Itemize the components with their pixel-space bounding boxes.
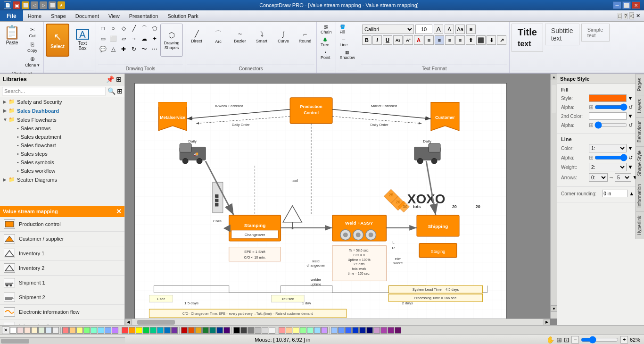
swatch-pink1[interactable] (279, 327, 285, 334)
fill-alpha2-reset[interactable]: ↺ (628, 122, 633, 128)
curve-connector[interactable]: ∫ Curve (274, 24, 293, 50)
rect3-tool[interactable]: ⬜ (108, 34, 118, 43)
font-aa-btn[interactable]: Aa (455, 25, 465, 34)
valign-bot-btn[interactable]: ⬇ (487, 35, 496, 45)
wave-tool[interactable]: 〜 (140, 44, 149, 54)
chain-button[interactable]: ⛓ Chain (319, 24, 334, 35)
pin-icon[interactable]: 📌 (106, 76, 114, 83)
swatch-gray1[interactable] (240, 327, 247, 334)
corner-up-btn[interactable]: ▲ (629, 191, 634, 196)
tree-sales-flowcharts[interactable]: ▼ 📁 Sales Flowcharts (0, 115, 124, 124)
line-alpha-slider[interactable] (594, 155, 627, 160)
corner-input[interactable] (602, 190, 628, 197)
spiral-tool[interactable]: ↻ (129, 44, 139, 54)
swatch-b6[interactable] (366, 327, 373, 334)
swatch-p1[interactable] (373, 327, 380, 334)
round-connector[interactable]: ⌐ Round (296, 24, 314, 50)
second-color-swatch[interactable] (589, 112, 627, 120)
smart-connector[interactable]: ⤵ Smart (252, 24, 271, 50)
title-text-style[interactable]: Titletext (512, 24, 543, 52)
scroll-up-btn[interactable]: ▲ (551, 74, 557, 80)
poly-tool[interactable]: ⬠ (150, 24, 159, 33)
swatch-teal2[interactable] (150, 327, 157, 334)
swatch-orange1[interactable] (69, 327, 76, 334)
swatch-white[interactable] (10, 327, 17, 334)
swatch-p3[interactable] (388, 327, 394, 334)
swatch-cyan2[interactable] (157, 327, 164, 334)
callout-tool[interactable]: 💬 (98, 44, 107, 54)
tree-sales-workflow[interactable]: • Sales workflow (0, 167, 124, 175)
rect4-tool[interactable]: ▱ (119, 34, 128, 43)
swatch-lime1[interactable] (83, 327, 90, 334)
subtitle-text-style[interactable]: Subtitletext (545, 24, 579, 45)
grid-view-icon[interactable]: ⊞ (117, 87, 123, 95)
swatch-ltgrn[interactable] (300, 327, 306, 334)
direct-connector[interactable]: ╱ Direct (187, 24, 206, 50)
rect-tool[interactable]: □ (98, 24, 107, 33)
vsm-close-icon[interactable]: ✕ (116, 208, 122, 215)
layers-tab[interactable]: Layers (636, 95, 644, 117)
menu-document[interactable]: Document (71, 10, 104, 21)
fill-alpha-reset[interactable]: ↺ (628, 104, 633, 110)
menu-presentation[interactable]: Presentation (124, 10, 163, 21)
arc-tool[interactable]: ⌒ (140, 24, 149, 33)
font-grow-btn[interactable]: A (434, 25, 443, 34)
italic-btn[interactable]: I (372, 35, 382, 45)
align-justify-btn[interactable]: ≡ (455, 35, 465, 45)
tree-sales-dept[interactable]: • Sales department (0, 133, 124, 141)
behaviour-tab[interactable]: Behaviour (636, 117, 644, 146)
restore-button[interactable]: ⬜ (622, 1, 631, 9)
scroll-right-btn[interactable]: ▶ (544, 319, 550, 326)
swatch-gray4[interactable] (262, 327, 268, 334)
simple-text-style[interactable]: Simpletext (581, 24, 610, 42)
menu-home[interactable]: Home (23, 10, 46, 21)
swatch-p4[interactable] (395, 327, 401, 334)
swatch-ltpur[interactable] (321, 327, 328, 334)
rect2-tool[interactable]: ▭ (98, 34, 107, 43)
swatch-black[interactable] (233, 327, 240, 334)
star-tool[interactable]: ✦ (150, 34, 159, 43)
align-right-btn[interactable]: ≡ (445, 35, 454, 45)
vsm-info-flow[interactable]: Information flow (0, 319, 124, 326)
tree-sales-steps[interactable]: • Sales steps (0, 150, 124, 158)
valign-mid-btn[interactable]: ⬛ (476, 35, 486, 45)
swatch-orange2[interactable] (129, 327, 135, 334)
canvas[interactable]: Metalservice Production Control Customer… (134, 83, 507, 324)
help-btn[interactable]: ? (624, 13, 627, 19)
swatch-ltblu[interactable] (314, 327, 321, 334)
swatch-b3[interactable] (345, 327, 352, 334)
tree-sales-symbols[interactable]: • Sales symbols (0, 158, 124, 167)
pages-tab[interactable]: Pages (636, 74, 644, 95)
font-size-input[interactable] (415, 25, 432, 34)
vsm-production-control[interactable]: Production control (0, 217, 124, 232)
drawing-shapes-button[interactable]: ⬡ DrawingShapes (160, 24, 183, 57)
no-color-swatch[interactable]: ✕ (2, 327, 9, 334)
swatch-purple2[interactable] (171, 327, 178, 334)
minimize-button[interactable]: ─ (613, 1, 621, 9)
select-button[interactable]: ↖ Select (46, 24, 69, 57)
arc-connector[interactable]: ⌒ Arc (209, 24, 228, 50)
menu-solution-park[interactable]: Solution Park (163, 10, 203, 21)
point-button[interactable]: • Point (319, 49, 332, 61)
search-input[interactable] (2, 87, 106, 95)
scroll-left-btn[interactable]: ◀ (125, 319, 132, 326)
swatch-red2[interactable] (122, 327, 128, 334)
swatch-teal1[interactable] (91, 327, 97, 334)
swatch-e2efda[interactable] (38, 327, 45, 334)
triangle-tool[interactable]: △ (108, 44, 118, 54)
swatch-blue2[interactable] (164, 327, 171, 334)
arrows-end-select[interactable]: 5 (615, 173, 631, 182)
swatch-fce4d6[interactable] (24, 327, 31, 334)
swatch-ededed[interactable] (52, 327, 59, 334)
fill-color-swatch[interactable] (589, 94, 627, 102)
fill-alpha-slider[interactable] (594, 105, 627, 109)
close-button[interactable]: ✕ (632, 1, 640, 9)
fill-button[interactable]: 🪣 Fill (338, 24, 347, 35)
tree-sales-flowchart[interactable]: • Sales flowchart (0, 141, 124, 150)
file-menu[interactable]: File (0, 10, 23, 21)
swatch-f2dcdb[interactable] (17, 327, 24, 334)
cross-tool[interactable]: ✚ (119, 44, 128, 54)
zoom-in-btn[interactable]: + (620, 336, 628, 344)
copy-button[interactable]: ⎘ Copy (23, 40, 41, 54)
swatch-b2[interactable] (338, 327, 345, 334)
